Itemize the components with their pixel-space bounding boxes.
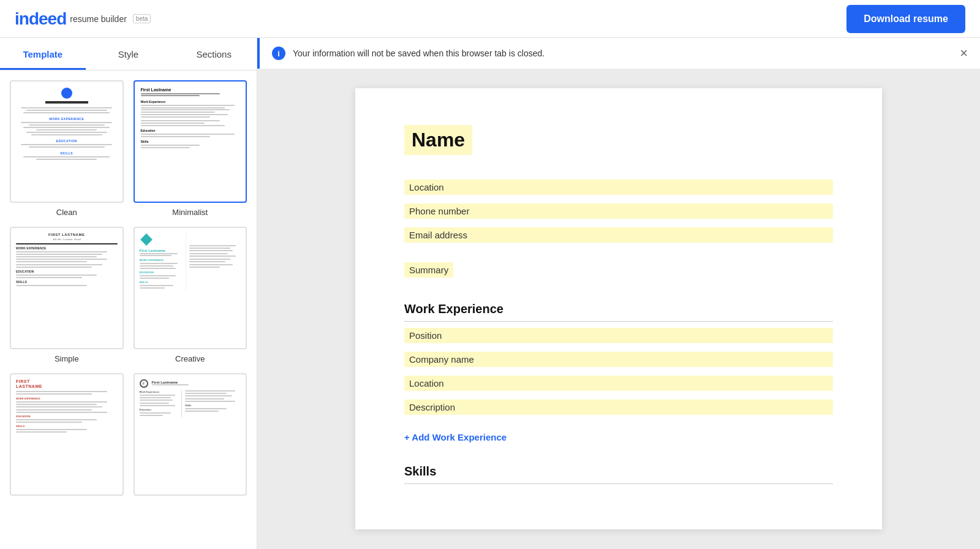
template6-work-section: Work Experience [140, 390, 179, 393]
minimalist-skills-section: Skills [141, 140, 240, 143]
template5-work-section: WORK EXPERIENCE [16, 397, 118, 400]
resume-work-experience-section: Work Experience Position Company name Lo… [404, 302, 833, 445]
template5-name: FIRST [16, 379, 118, 384]
info-icon: i [272, 47, 285, 60]
template-card-clean[interactable]: WORK EXPERIENCE EDUCATION SKILLS [10, 80, 124, 217]
template-preview-simple: FIRST LASTNAME Job title · Location · Em… [10, 227, 124, 349]
creative-edu-label: EDUCATION [140, 271, 183, 274]
work-description-field[interactable]: Description [404, 399, 833, 415]
work-company-field[interactable]: Company name [404, 352, 833, 367]
template6-avatar-icon: F [140, 379, 148, 388]
resume-document: Name Location Phone number Email address… [355, 88, 882, 529]
logo-resume-builder: resume builder [70, 14, 127, 24]
minimalist-name: First Lastname [141, 88, 240, 92]
clean-edu-label: EDUCATION [56, 139, 77, 143]
templates-grid: WORK EXPERIENCE EDUCATION SKILLS [0, 70, 257, 549]
template-preview-clean: WORK EXPERIENCE EDUCATION SKILLS [10, 80, 124, 203]
logo: indeed resume builder beta [15, 9, 151, 29]
creative-diamond-icon [140, 233, 153, 246]
work-position-field[interactable]: Position [404, 328, 833, 343]
creative-work-label: WORK EXPERIENCE [140, 259, 183, 262]
info-banner-left: i Your information will not be saved whe… [272, 47, 545, 60]
tab-template[interactable]: Template [0, 38, 86, 70]
beta-badge: beta [133, 14, 151, 23]
resume-area: i Your information will not be saved whe… [257, 38, 980, 549]
template-card-simple[interactable]: FIRST LASTNAME Job title · Location · Em… [10, 227, 124, 363]
sidebar-tabs: Template Style Sections [0, 38, 257, 70]
clean-skills-label: SKILLS [60, 151, 73, 155]
skills-title: Skills [404, 464, 833, 484]
simple-work-section: WORK EXPERIENCE [16, 246, 118, 250]
template-name-clean: Clean [56, 208, 77, 217]
template-card-5[interactable]: FIRST LASTNAME WORK EXPERIENCE EDUCATION [10, 373, 124, 501]
close-banner-button[interactable]: × [960, 47, 968, 60]
resume-phone-field[interactable]: Phone number [404, 203, 833, 219]
tab-style[interactable]: Style [86, 38, 172, 70]
template-name-creative: Creative [175, 354, 205, 363]
work-fields: Position Company name Location Descripti… [404, 328, 833, 420]
download-resume-button[interactable]: Download resume [846, 5, 965, 33]
template5-lastname: LASTNAME [16, 384, 118, 388]
resume-skills-section: Skills [404, 464, 833, 484]
add-work-experience-button[interactable]: + Add Work Experience [404, 430, 507, 445]
template-card-minimalist[interactable]: First Lastname Work Experience Ed [134, 80, 247, 217]
creative-name: First Lastname [140, 249, 183, 252]
logo-indeed: indeed [15, 9, 66, 29]
resume-email-field[interactable]: Email address [404, 227, 833, 243]
minimalist-work-section: Work Experience [141, 100, 240, 104]
sidebar: Template Style Sections WORK EXPERIENCE [0, 38, 257, 549]
header: indeed resume builder beta Download resu… [0, 0, 980, 38]
template-preview-creative: First Lastname WORK EXPERIENCE EDUCATION… [134, 227, 247, 349]
simple-subtitle: Job title · Location · Email [16, 238, 118, 241]
template-preview-minimalist: First Lastname Work Experience Ed [134, 80, 247, 203]
main-layout: Template Style Sections WORK EXPERIENCE [0, 38, 980, 549]
tab-sections[interactable]: Sections [171, 38, 257, 70]
minimalist-edu-section: Education [141, 129, 240, 132]
simple-edu-section: EDUCATION [16, 270, 118, 273]
template-name-simple: Simple [55, 354, 79, 363]
work-location-field[interactable]: Location [404, 376, 833, 391]
template-preview-5: FIRST LASTNAME WORK EXPERIENCE EDUCATION [10, 373, 124, 496]
resume-location-field[interactable]: Location [404, 180, 833, 195]
resume-summary-section: Summary [404, 262, 833, 282]
template5-skills-section: SKILLS [16, 425, 118, 428]
template6-skills-section: Skills [185, 404, 241, 407]
simple-name: FIRST LASTNAME [16, 233, 118, 237]
template5-edu-section: EDUCATION [16, 415, 118, 418]
template-name-minimalist: Minimalist [172, 208, 208, 217]
info-banner: i Your information will not be saved whe… [257, 38, 980, 69]
resume-summary-field[interactable]: Summary [404, 262, 453, 278]
template-card-creative[interactable]: First Lastname WORK EXPERIENCE EDUCATION… [134, 227, 247, 363]
template6-edu-section: Education [140, 408, 179, 411]
clean-avatar-icon [61, 88, 72, 99]
clean-work-label: WORK EXPERIENCE [49, 117, 84, 121]
template-preview-6: F First Lastname Work Experience [134, 373, 247, 496]
template-card-6[interactable]: F First Lastname Work Experience [134, 373, 247, 501]
creative-skills-label: SKILLS [140, 281, 183, 284]
info-banner-text: Your information will not be saved when … [293, 48, 545, 58]
simple-skills-section: SKILLS [16, 280, 118, 284]
resume-name-field[interactable]: Name [404, 125, 472, 155]
contact-fields: Location Phone number Email address [404, 180, 833, 248]
clean-name-bar [45, 101, 88, 104]
work-experience-title: Work Experience [404, 302, 833, 322]
